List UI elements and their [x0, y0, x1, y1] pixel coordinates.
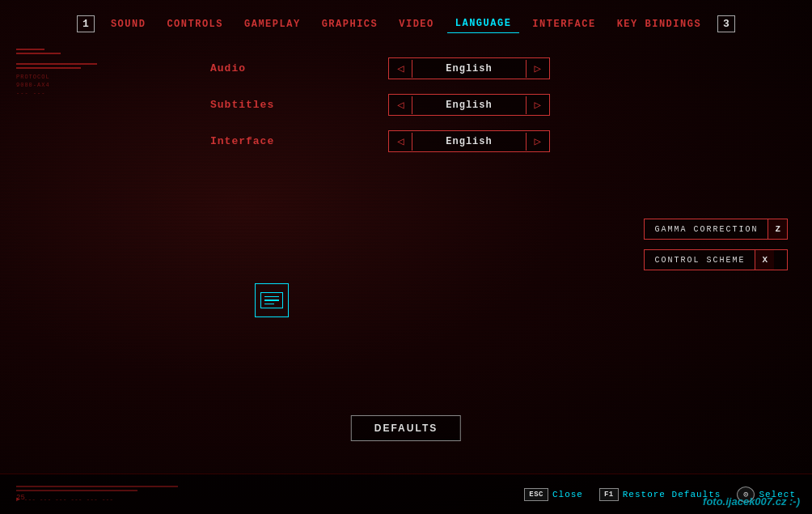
widget-line-2: [264, 299, 279, 301]
nav-bar: 1 SOUND CONTROLS GAMEPLAY GRAPHICS VIDEO…: [0, 0, 812, 41]
nav-item-gameplay[interactable]: GAMEPLAY: [236, 15, 309, 33]
deco-line-4: [16, 67, 81, 69]
subtitles-label: Subtitles: [210, 99, 291, 111]
deco-text-2: 9080-AX4: [16, 82, 121, 90]
nav-bracket-right: 3: [717, 15, 735, 32]
interface-next-arrow[interactable]: ▷: [527, 131, 549, 151]
nav-item-graphics[interactable]: GRAPHICS: [314, 15, 387, 33]
setting-row-audio: Audio ◁ English ▷: [210, 57, 598, 79]
nav-item-language[interactable]: LANGUAGE: [447, 15, 520, 33]
gamma-correction-label: GAMMA CORRECTION: [645, 220, 768, 239]
audio-value: English: [412, 60, 526, 78]
watermark: foto.ijacek007.cz :-): [703, 495, 800, 508]
widget-lines: [264, 296, 279, 305]
bottom-left-decoration: ▶ --- --- --- --- --- ---: [16, 486, 178, 503]
restore-key: F1: [599, 488, 619, 501]
audio-next-arrow[interactable]: ▷: [527, 58, 549, 79]
deco-text-block: PROTOCOL 9080-AX4 --- ---: [16, 74, 121, 97]
deco-line-3: [16, 63, 97, 65]
nav-item-controls[interactable]: CONTROLS: [159, 15, 231, 33]
gamma-key-badge: Z: [768, 219, 787, 239]
close-action: ESC Close: [524, 488, 583, 501]
widget-line-3: [264, 304, 274, 305]
center-widget: [255, 283, 289, 317]
deco-text-1: PROTOCOL: [16, 74, 121, 82]
nav-item-sound[interactable]: SOUND: [103, 15, 154, 33]
interface-label: Interface: [210, 135, 291, 147]
subtitles-prev-arrow[interactable]: ◁: [389, 95, 412, 115]
settings-panel: Audio ◁ English ▷ Subtitles ◁ English ▷ …: [0, 49, 812, 152]
subtitles-value: English: [412, 96, 526, 114]
control-scheme-key-badge: X: [755, 250, 774, 270]
interface-prev-arrow[interactable]: ◁: [389, 131, 412, 151]
top-left-decoration: PROTOCOL 9080-AX4 --- ---: [16, 49, 121, 97]
close-key: ESC: [524, 488, 548, 501]
audio-control: ◁ English ▷: [388, 57, 550, 79]
defaults-button[interactable]: DEFAULTS: [351, 415, 461, 441]
nav-bracket-left: 1: [77, 15, 95, 32]
audio-prev-arrow[interactable]: ◁: [389, 58, 412, 79]
bottom-bar: ▶ --- --- --- --- --- --- ESC Close F1 R…: [0, 474, 812, 514]
right-buttons-panel: GAMMA CORRECTION Z CONTROL SCHEME X: [644, 219, 788, 270]
setting-row-interface: Interface ◁ English ▷: [210, 130, 598, 152]
deco-line-2: [16, 53, 61, 54]
deco-text-3: --- ---: [16, 90, 121, 98]
audio-label: Audio: [210, 62, 291, 74]
bottom-left-text: ▶ --- --- --- --- --- ---: [16, 495, 178, 503]
subtitles-control: ◁ English ▷: [388, 94, 550, 116]
interface-control: ◁ English ▷: [388, 130, 550, 152]
deco-lines: [16, 49, 121, 69]
widget-line-1: [264, 296, 279, 298]
close-label: Close: [552, 490, 583, 499]
setting-row-subtitles: Subtitles ◁ English ▷: [210, 94, 598, 116]
nav-item-video[interactable]: VIDEO: [391, 15, 442, 33]
interface-value: English: [412, 133, 526, 151]
bottom-deco-2: [16, 490, 137, 491]
gamma-correction-button[interactable]: GAMMA CORRECTION Z: [644, 219, 788, 240]
nav-item-key-bindings[interactable]: KEY BINDINGS: [609, 15, 709, 33]
left-indicator: 25: [16, 494, 25, 502]
widget-inner: [260, 292, 283, 308]
deco-line-1: [16, 49, 44, 50]
subtitles-next-arrow[interactable]: ▷: [527, 95, 549, 115]
bottom-deco-1: [16, 486, 178, 487]
main-content: PROTOCOL 9080-AX4 --- --- 1 SOUND CONTRO…: [0, 0, 812, 514]
control-scheme-button[interactable]: CONTROL SCHEME X: [644, 249, 788, 270]
control-scheme-label: CONTROL SCHEME: [645, 251, 755, 270]
nav-item-interface[interactable]: INTERFACE: [524, 15, 603, 33]
